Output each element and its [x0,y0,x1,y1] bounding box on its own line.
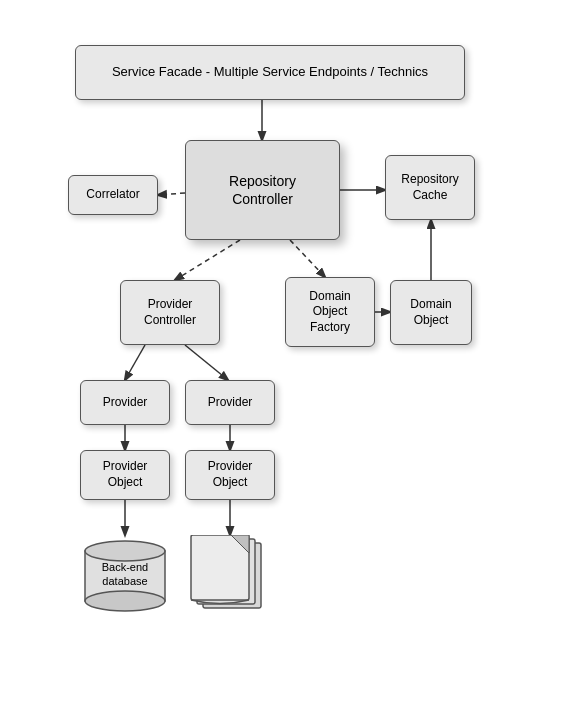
database-label: Back-enddatabase [80,560,170,589]
service-facade-box: Service Facade - Multiple Service Endpoi… [75,45,465,100]
svg-line-4 [175,240,240,280]
svg-line-8 [185,345,228,380]
provider-object2-box: ProviderObject [185,450,275,500]
provider2-box: Provider [185,380,275,425]
database-cylinder: Back-enddatabase [80,535,170,615]
svg-line-1 [158,193,185,195]
correlator-box: Correlator [68,175,158,215]
provider-controller-box: ProviderController [120,280,220,345]
domain-object-box: DomainObject [390,280,472,345]
svg-point-14 [85,541,165,561]
repository-cache-box: RepositoryCache [385,155,475,220]
svg-line-5 [290,240,325,277]
provider-object1-box: ProviderObject [80,450,170,500]
architecture-diagram: Service Facade - Multiple Service Endpoi… [0,0,573,721]
repository-controller-box: RepositoryController [185,140,340,240]
provider1-box: Provider [80,380,170,425]
svg-point-15 [85,591,165,611]
svg-line-7 [125,345,145,380]
domain-object-factory-box: DomainObjectFactory [285,277,375,347]
documents-stack [185,535,275,615]
